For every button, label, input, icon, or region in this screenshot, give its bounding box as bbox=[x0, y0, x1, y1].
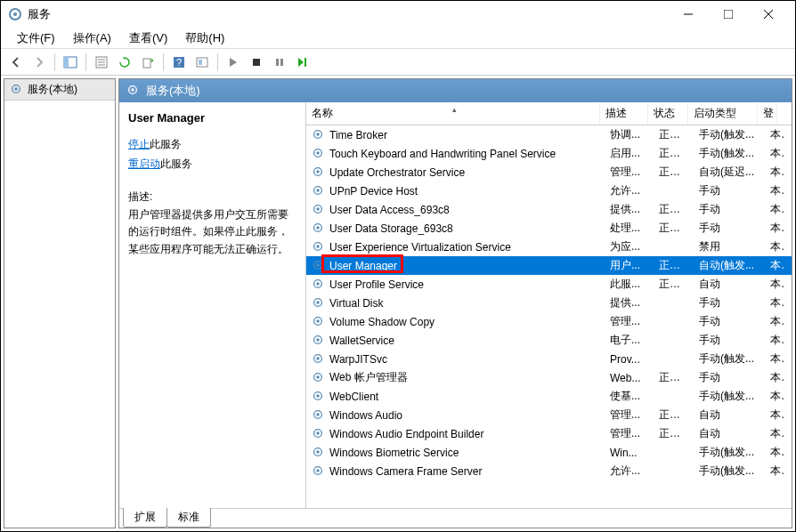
service-name: User Experience Virtualization Service bbox=[329, 241, 511, 254]
service-row[interactable]: Touch Keyboard and Handwriting Panel Ser… bbox=[306, 144, 792, 163]
service-logon: 本 bbox=[765, 370, 784, 385]
body: 服务(本地) 服务(本地) User Manager 停止此服务 重启动此服务 … bbox=[1, 76, 795, 531]
column-startup-type[interactable]: 启动类型 bbox=[688, 102, 759, 125]
column-name[interactable]: 名称▴ bbox=[306, 102, 600, 125]
maximize-button[interactable] bbox=[708, 2, 748, 28]
restart-link[interactable]: 重启动 bbox=[128, 157, 160, 170]
svg-point-32 bbox=[316, 189, 320, 192]
list-body[interactable]: Time Broker协调...正在...手动(触发...本Touch Keyb… bbox=[306, 125, 792, 508]
service-row[interactable]: WarpJITSvcProv...手动(触发...本 bbox=[306, 350, 792, 368]
service-desc: 协调... bbox=[605, 127, 654, 142]
service-name: User Data Storage_693c8 bbox=[329, 222, 453, 235]
service-row[interactable]: UPnP Device Host允许...手动本 bbox=[306, 181, 792, 200]
service-startup: 手动 bbox=[694, 183, 765, 198]
service-name: WalletService bbox=[329, 335, 394, 347]
pane-header-title: 服务(本地) bbox=[146, 83, 200, 99]
service-startup: 手动 bbox=[694, 295, 765, 310]
forward-button[interactable] bbox=[28, 52, 50, 73]
service-desc: 为应... bbox=[605, 239, 654, 254]
service-name: Update Orchestrator Service bbox=[329, 166, 465, 179]
menubar: 文件(F) 操作(A) 查看(V) 帮助(H) bbox=[1, 28, 795, 49]
service-row[interactable]: Volume Shadow Copy管理...手动本 bbox=[306, 312, 792, 331]
separator bbox=[85, 53, 86, 71]
service-status: 正在... bbox=[654, 202, 694, 217]
window-title: 服务 bbox=[28, 6, 668, 22]
content: User Manager 停止此服务 重启动此服务 描述: 用户管理器提供多用户… bbox=[119, 102, 792, 508]
svg-point-1 bbox=[13, 12, 17, 16]
service-logon: 本 bbox=[765, 165, 784, 180]
service-row[interactable]: Virtual Disk提供...手动本 bbox=[306, 294, 792, 312]
tab-extended[interactable]: 扩展 bbox=[123, 508, 167, 528]
service-name: User Data Access_693c8 bbox=[329, 204, 450, 216]
service-row[interactable]: User Profile Service此服...正在...自动本 bbox=[306, 275, 792, 294]
description-label: 描述: bbox=[128, 189, 296, 205]
service-name: Touch Keyboard and Handwriting Panel Ser… bbox=[329, 148, 556, 160]
start-service-button[interactable] bbox=[223, 52, 244, 73]
action-button[interactable] bbox=[191, 52, 213, 73]
service-row[interactable]: WalletService电子...手动本 bbox=[306, 331, 792, 350]
service-logon: 本 bbox=[765, 389, 784, 404]
gear-icon bbox=[312, 464, 326, 479]
help-button[interactable]: ? bbox=[168, 52, 190, 73]
stop-service-button[interactable] bbox=[246, 52, 267, 73]
service-logon: 本 bbox=[765, 183, 784, 198]
services-list: 名称▴ 描述 状态 启动类型 登 Time Broker协调...正在...手动… bbox=[306, 102, 792, 508]
svg-text:?: ? bbox=[176, 57, 182, 68]
service-row[interactable]: Windows Audio Endpoint Builder管理...正在...… bbox=[306, 424, 792, 443]
back-button[interactable] bbox=[5, 52, 27, 73]
service-desc: Prov... bbox=[605, 353, 654, 366]
gear-icon bbox=[312, 147, 326, 161]
service-status: 正在... bbox=[654, 221, 694, 236]
refresh-button[interactable] bbox=[114, 52, 135, 73]
service-logon: 本 bbox=[765, 351, 784, 367]
service-row[interactable]: Web 帐户管理器Web...正在...手动本 bbox=[306, 368, 792, 387]
gear-icon bbox=[10, 83, 24, 97]
column-logon[interactable]: 登 bbox=[758, 102, 777, 125]
svg-point-54 bbox=[316, 394, 320, 398]
restart-service-button[interactable] bbox=[292, 52, 313, 73]
service-row[interactable]: WebClient使基...手动(触发...本 bbox=[306, 387, 792, 406]
service-row[interactable]: User Manager用户...正在...自动(触发...本 bbox=[306, 256, 792, 275]
column-description[interactable]: 描述 bbox=[600, 102, 648, 125]
service-name: User Profile Service bbox=[329, 278, 424, 291]
service-row[interactable]: Windows Audio管理...正在...自动本 bbox=[306, 406, 792, 424]
service-row[interactable]: User Data Storage_693c8处理...正在...手动本 bbox=[306, 219, 792, 238]
detail-pane: User Manager 停止此服务 重启动此服务 描述: 用户管理器提供多用户… bbox=[119, 102, 306, 508]
menu-help[interactable]: 帮助(H) bbox=[176, 28, 233, 48]
service-row[interactable]: Windows Camera Frame Server允许...手动(触发...… bbox=[306, 462, 792, 480]
service-startup: 手动(触发... bbox=[694, 463, 765, 479]
menu-file[interactable]: 文件(F) bbox=[8, 28, 64, 48]
close-button[interactable] bbox=[748, 2, 788, 28]
service-name: Windows Biometric Service bbox=[329, 447, 459, 459]
minimize-button[interactable] bbox=[668, 2, 708, 28]
tab-standard[interactable]: 标准 bbox=[167, 508, 211, 528]
service-row[interactable]: User Data Access_693c8提供...正在...手动本 bbox=[306, 200, 792, 219]
column-status[interactable]: 状态 bbox=[648, 102, 687, 125]
service-row[interactable]: User Experience Virtualization Service为应… bbox=[306, 238, 792, 256]
properties-button[interactable] bbox=[91, 52, 112, 73]
tree-pane[interactable]: 服务(本地) bbox=[4, 78, 116, 528]
svg-rect-7 bbox=[64, 57, 69, 68]
svg-point-24 bbox=[131, 88, 134, 92]
show-hide-tree-button[interactable] bbox=[60, 52, 81, 73]
tree-item-services-local[interactable]: 服务(本地) bbox=[4, 79, 115, 101]
pause-service-button[interactable] bbox=[269, 52, 290, 73]
stop-link[interactable]: 停止 bbox=[128, 138, 150, 150]
service-name: Windows Audio bbox=[329, 409, 402, 422]
gear-icon bbox=[312, 222, 326, 236]
service-logon: 本 bbox=[765, 314, 784, 329]
menu-view[interactable]: 查看(V) bbox=[120, 28, 176, 48]
service-name: WebClient bbox=[329, 391, 378, 403]
service-desc: 允许... bbox=[605, 183, 654, 198]
service-row[interactable]: Update Orchestrator Service管理...正在...自动(… bbox=[306, 163, 792, 181]
service-row[interactable]: Windows Biometric ServiceWin...手动(触发...本 bbox=[306, 443, 792, 462]
gear-icon bbox=[312, 259, 326, 273]
menu-operate[interactable]: 操作(A) bbox=[64, 28, 120, 48]
service-row[interactable]: Time Broker协调...正在...手动(触发...本 bbox=[306, 125, 792, 144]
export-button[interactable] bbox=[137, 52, 158, 73]
gear-icon bbox=[312, 278, 326, 292]
gear-icon bbox=[312, 446, 326, 460]
service-logon: 本 bbox=[765, 221, 784, 236]
svg-rect-20 bbox=[305, 58, 306, 67]
service-actions: 停止此服务 重启动此服务 bbox=[128, 135, 296, 173]
